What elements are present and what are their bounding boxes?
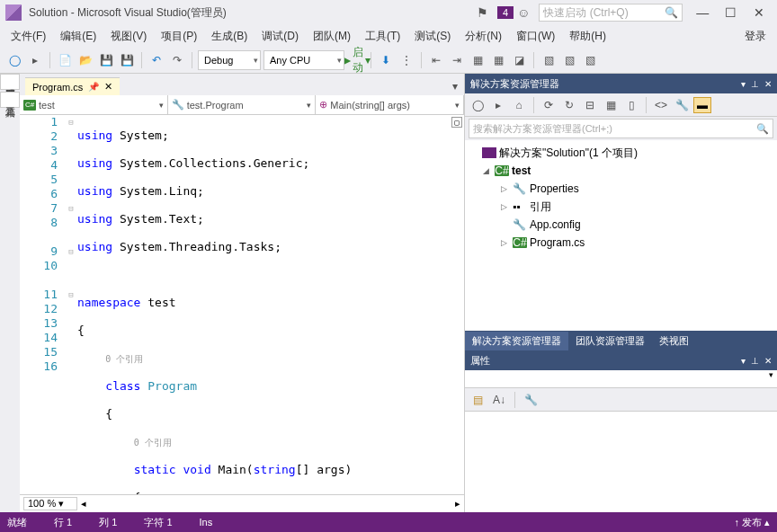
bookmark-button[interactable]: ◪	[510, 51, 528, 69]
new-project-button[interactable]: 📄	[56, 51, 74, 69]
active-files-button[interactable]: ▾	[446, 77, 464, 95]
properties-toolbar: ▤ A↓ 🔧	[465, 388, 777, 412]
indent-in-button[interactable]: ⇥	[448, 51, 466, 69]
menu-analyze[interactable]: 分析(N)	[458, 27, 509, 46]
tab-close-icon[interactable]: ✕	[104, 81, 112, 93]
se-collapse-button[interactable]: ⊟	[581, 96, 599, 114]
open-button[interactable]: 📂	[76, 51, 94, 69]
save-button[interactable]: 💾	[97, 51, 115, 69]
nav-member[interactable]: ⊕Main(string[] args)	[316, 95, 464, 114]
menu-file[interactable]: 文件(F)	[4, 27, 53, 46]
se-back-button[interactable]: ◯	[469, 96, 487, 114]
tb-ext3[interactable]: ▧	[581, 51, 599, 69]
nav-fwd-button[interactable]: ▸	[26, 51, 44, 69]
comment-button[interactable]: ▦	[469, 51, 487, 69]
maximize-button[interactable]: ☐	[719, 5, 744, 20]
quick-launch-input[interactable]: 快速启动 (Ctrl+Q) 🔍	[539, 4, 683, 22]
indent-out-button[interactable]: ⇤	[427, 51, 445, 69]
menu-test[interactable]: 测试(S)	[407, 27, 458, 46]
tb-misc1[interactable]: ⋮	[397, 51, 415, 69]
undo-button[interactable]: ↶	[147, 51, 165, 69]
se-showall-button[interactable]: ▦	[602, 96, 620, 114]
toolbox-tab[interactable]: 工具箱	[0, 92, 20, 108]
editor-area: Program.cs 📌 ✕ ▾ C#test 🔧test.Program ⊕M…	[20, 74, 464, 512]
properties-grid[interactable]	[465, 412, 777, 512]
tb-ext1[interactable]: ▧	[540, 51, 558, 69]
nav-back-button[interactable]: ◯	[5, 51, 23, 69]
scroll-left-icon[interactable]: ◂	[81, 498, 86, 510]
tree-item[interactable]: ▷C#Program.cs	[465, 234, 777, 252]
platform-combo[interactable]: Any CPU	[263, 50, 344, 70]
start-button[interactable]: ▶ 启动 ▾	[347, 51, 365, 69]
split-button[interactable]: ▢	[451, 117, 462, 128]
redo-button[interactable]: ↷	[168, 51, 186, 69]
tree-item[interactable]: ▷🔧Properties	[465, 180, 777, 198]
document-tab[interactable]: Program.cs 📌 ✕	[25, 77, 120, 95]
se-selected-button[interactable]: ▬	[693, 97, 711, 113]
panel-menu-icon[interactable]: ▾	[741, 356, 746, 366]
tab-team-explorer[interactable]: 团队资源管理器	[568, 332, 652, 350]
tree-project-node[interactable]: ◢C#test	[465, 162, 777, 180]
close-button[interactable]: ✕	[746, 5, 772, 20]
cs-file-icon: C#	[513, 237, 527, 248]
se-properties-button[interactable]: ▯	[622, 96, 640, 114]
zoom-combo[interactable]: 100 % ▾	[23, 497, 77, 510]
nav-class[interactable]: 🔧test.Program	[168, 95, 317, 114]
categorized-button[interactable]: ▤	[469, 391, 487, 409]
menu-project[interactable]: 项目(P)	[154, 27, 204, 46]
tree-item[interactable]: 🔧App.config	[465, 216, 777, 234]
menu-edit[interactable]: 编辑(E)	[53, 27, 103, 46]
alphabetical-button[interactable]: A↓	[490, 391, 508, 409]
save-all-button[interactable]: 💾	[118, 51, 136, 69]
panel-pin-icon[interactable]: ⊥	[751, 356, 759, 366]
code-editor[interactable]: 12345678910111213141516 ⊟⊟⊟⊟ using Syste…	[20, 115, 464, 494]
panel-pin-icon[interactable]: ⊥	[751, 79, 759, 89]
se-home-button[interactable]: ⌂	[510, 96, 528, 114]
menu-debug[interactable]: 调试(D)	[255, 27, 306, 46]
panel-menu-icon[interactable]: ▾	[741, 79, 746, 89]
panel-close-icon[interactable]: ✕	[764, 356, 772, 366]
tab-class-view[interactable]: 类视图	[652, 332, 696, 350]
flag-icon[interactable]: ⚑	[477, 5, 488, 20]
se-preview-button[interactable]: 🔧	[673, 96, 691, 114]
menu-window[interactable]: 窗口(W)	[509, 27, 562, 46]
tb-ext2[interactable]: ▧	[560, 51, 578, 69]
se-code-button[interactable]: <>	[652, 96, 670, 114]
login-link[interactable]: 登录	[737, 27, 773, 46]
menu-build[interactable]: 生成(B)	[204, 27, 255, 46]
status-char: 字符 1	[144, 516, 172, 529]
menu-view[interactable]: 视图(V)	[103, 27, 154, 46]
class-icon: 🔧	[172, 99, 184, 111]
menu-help[interactable]: 帮助(H)	[562, 27, 613, 46]
uncomment-button[interactable]: ▦	[489, 51, 507, 69]
tree-item[interactable]: ▷▪▪引用	[465, 198, 777, 216]
menu-team[interactable]: 团队(M)	[306, 27, 358, 46]
pin-icon[interactable]: 📌	[88, 82, 99, 92]
properties-object-combo[interactable]: ▾	[465, 370, 777, 388]
editor-footer: 100 % ▾ ◂ ▸	[20, 494, 464, 512]
minimize-button[interactable]: —	[690, 5, 715, 20]
panel-title: 解决方案资源管理器	[470, 77, 559, 91]
status-ins: Ins	[200, 517, 213, 528]
panel-close-icon[interactable]: ✕	[764, 79, 772, 89]
se-refresh-button[interactable]: ↻	[560, 96, 578, 114]
notification-badge[interactable]: 4	[497, 6, 514, 19]
config-combo[interactable]: Debug	[198, 50, 261, 70]
prop-pages-button[interactable]: 🔧	[522, 391, 540, 409]
scroll-right-icon[interactable]: ▸	[455, 498, 460, 510]
publish-button[interactable]: ↑ 发布 ▴	[734, 516, 770, 529]
step-button[interactable]: ⬇	[377, 51, 395, 69]
nav-scope[interactable]: C#test	[20, 95, 168, 114]
solution-search-input[interactable]: 搜索解决方案资源管理器(Ctrl+;) 🔍	[469, 119, 773, 138]
se-sync-button[interactable]: ⟳	[540, 96, 558, 114]
tab-solution-explorer[interactable]: 解决方案资源管理器	[465, 332, 568, 350]
menu-tools[interactable]: 工具(T)	[358, 27, 407, 46]
server-explorer-tab[interactable]: 服务器资源管理器	[0, 74, 20, 90]
tree-solution-node[interactable]: 解决方案"Solution"(1 个项目)	[465, 144, 777, 162]
se-fwd-button[interactable]: ▸	[489, 96, 507, 114]
feedback-icon[interactable]: ☺	[517, 5, 530, 20]
fold-gutter[interactable]: ⊟⊟⊟⊟	[65, 115, 77, 494]
wrench-icon: 🔧	[513, 182, 527, 195]
config-icon: 🔧	[513, 218, 527, 231]
status-bar: 就绪 行 1 列 1 字符 1 Ins ↑ 发布 ▴	[0, 512, 777, 532]
